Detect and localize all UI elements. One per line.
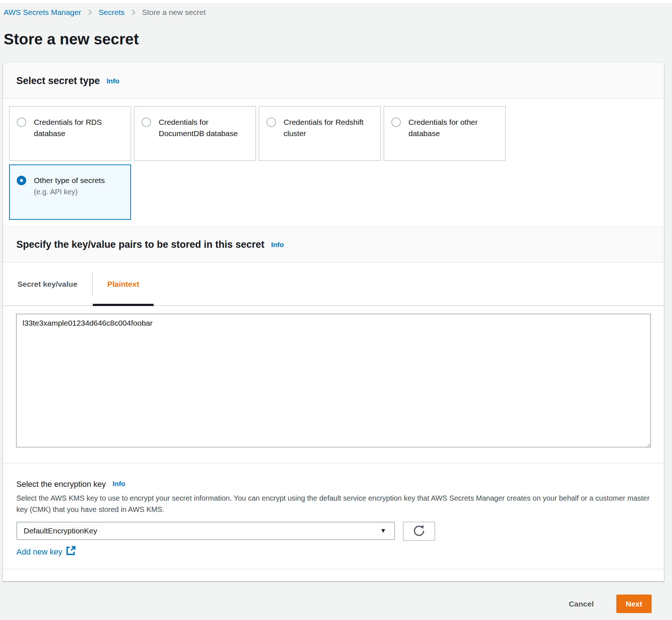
option-other-database[interactable]: Credentials for other database <box>384 106 506 161</box>
page-title: Store a new secret <box>0 17 672 48</box>
tab-secret-key-value[interactable]: Secret key/value <box>3 263 92 305</box>
key-value-tabs: Secret key/value Plaintext <box>3 263 664 306</box>
plaintext-secret-textarea[interactable]: l33te3xample01234d646c8c004foobar <box>16 314 651 448</box>
option-label: Credentials for RDS database <box>34 116 123 139</box>
option-label: Other type of secrets <box>34 176 105 184</box>
radio-unchecked-icon[interactable] <box>142 118 151 127</box>
breadcrumb: AWS Secrets Manager Secrets Store a new … <box>0 3 672 17</box>
card-bottom-divider <box>3 569 664 581</box>
radio-unchecked-icon[interactable] <box>17 118 26 127</box>
cancel-button[interactable]: Cancel <box>561 595 601 613</box>
store-secret-card: Select secret type Info Credentials for … <box>3 63 664 581</box>
secret-type-options: Credentials for RDS database Credentials… <box>3 99 664 226</box>
key-value-heading: Specify the key/value pairs to be stored… <box>16 239 264 250</box>
chevron-right-icon <box>130 9 137 16</box>
chevron-right-icon <box>86 9 94 16</box>
encryption-key-description: Select the AWS KMS key to use to encrypt… <box>16 493 651 515</box>
breadcrumb-current: Store a new secret <box>142 8 206 17</box>
add-new-key-link[interactable]: Add new key <box>16 546 76 558</box>
add-new-key-label: Add new key <box>16 547 62 557</box>
radio-checked-icon[interactable] <box>17 176 26 185</box>
wizard-footer: Cancel Next <box>0 581 672 613</box>
top-strip <box>0 0 672 3</box>
radio-unchecked-icon[interactable] <box>391 118 401 127</box>
encryption-key-select[interactable]: DefaultEncryptionKey ▼ <box>16 522 395 540</box>
external-link-icon <box>66 546 76 558</box>
select-secret-type-header: Select secret type Info <box>3 63 664 99</box>
option-rds-database[interactable]: Credentials for RDS database <box>9 106 131 161</box>
radio-unchecked-icon[interactable] <box>266 118 276 127</box>
option-documentdb-database[interactable]: Credentials for DocumentDB database <box>134 106 256 161</box>
option-label: Credentials for other database <box>408 116 498 139</box>
breadcrumb-link-secrets[interactable]: Secrets <box>99 8 124 17</box>
select-secret-type-heading: Select secret type <box>16 75 100 86</box>
encryption-key-selected-value: DefaultEncryptionKey <box>24 526 97 535</box>
tab-plaintext[interactable]: Plaintext <box>93 263 154 305</box>
chevron-down-icon: ▼ <box>380 527 386 534</box>
key-value-header: Specify the key/value pairs to be stored… <box>3 226 664 263</box>
option-label: Credentials for DocumentDB database <box>159 116 248 139</box>
encryption-key-section: Select the encryption key Info Select th… <box>3 464 664 558</box>
option-sublabel: (e.g. API key) <box>34 188 78 196</box>
encryption-key-heading: Select the encryption key <box>16 480 106 489</box>
option-redshift-cluster[interactable]: Credentials for Redshift cluster <box>259 106 381 161</box>
secret-type-info-link[interactable]: Info <box>107 77 119 85</box>
refresh-keys-button[interactable] <box>403 522 435 541</box>
option-other-type-of-secrets[interactable]: Other type of secrets (e.g. API key) <box>9 164 131 220</box>
next-button[interactable]: Next <box>616 595 652 613</box>
breadcrumb-link-secrets-manager[interactable]: AWS Secrets Manager <box>4 8 81 17</box>
refresh-icon <box>412 524 426 538</box>
option-label: Credentials for Redshift cluster <box>284 116 373 139</box>
encryption-info-link[interactable]: Info <box>112 480 125 488</box>
key-value-info-link[interactable]: Info <box>271 241 284 249</box>
